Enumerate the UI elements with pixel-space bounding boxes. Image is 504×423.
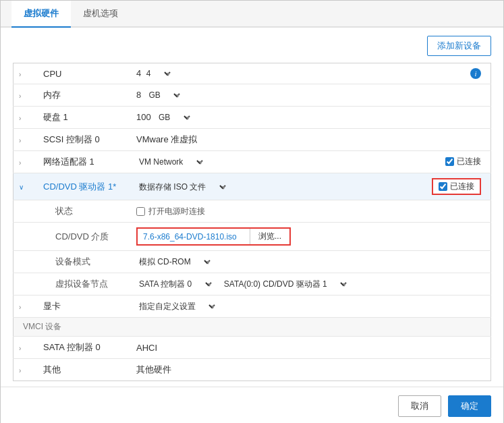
dialog-footer: 取消 确定 (1, 387, 503, 423)
cdvd-virtual-node-label: 虚拟设备节点 (28, 273, 130, 295)
disk-right (403, 107, 491, 129)
cdvd-device-mode-label: 设备模式 (28, 251, 130, 273)
cdvd-device-mode-value: 模拟 CD-ROM (130, 251, 491, 273)
main-content: 添加新设备 › CPU 4 4 i (1, 28, 503, 381)
cdvd-status-checkbox-label: 打开电源时连接 (136, 206, 484, 217)
disk-label: 硬盘 1 (28, 107, 130, 129)
cdvd-status-label: 状态 (28, 200, 130, 223)
network-label: 网络适配器 1 (28, 151, 130, 173)
sata-label: SATA 控制器 0 (28, 337, 130, 359)
memory-unit-wrap: GB (146, 90, 182, 101)
settings-table: › CPU 4 4 i › 内存 8 GB (13, 63, 491, 381)
network-select-wrap: VM Network (136, 157, 205, 167)
cdvd-virtual-node-value: SATA 控制器 0 SATA(0:0) CD/DVD 驱动器 1 (130, 273, 491, 295)
row-scsi: › SCSI 控制器 0 VMware 准虚拟 (13, 129, 491, 151)
chevron-sata[interactable]: › (19, 345, 28, 352)
cpu-select[interactable]: 4 (144, 68, 173, 79)
device-mode-select[interactable]: 模拟 CD-ROM (136, 256, 213, 267)
browse-button[interactable]: 浏览... (250, 229, 289, 244)
row-disk: › 硬盘 1 100 GB (13, 107, 491, 129)
tab-hardware[interactable]: 虚拟硬件 (11, 1, 71, 28)
chevron-scsi[interactable]: › (19, 137, 28, 144)
disk-unit-select[interactable]: GB (156, 112, 192, 123)
memory-unit-select[interactable]: GB (146, 90, 182, 101)
chevron-cpu[interactable]: › (19, 71, 28, 78)
row-cdvd-device-mode: 设备模式 模拟 CD-ROM (13, 251, 491, 273)
cdvd-connected-checkbox[interactable] (439, 182, 447, 191)
top-bar: 添加新设备 (13, 36, 491, 56)
cdvd-connected: 已连接 (403, 173, 491, 200)
row-vmci-section: VMCI 设备 (13, 318, 491, 337)
cdvd-status-value: 打开电源时连接 (130, 200, 491, 223)
tab-bar: 虚拟硬件 虚机选项 (1, 1, 503, 28)
row-cpu: › CPU 4 4 i (13, 63, 491, 84)
memory-value: 8 GB (130, 84, 403, 107)
virtual-node-select1[interactable]: SATA 控制器 0 (136, 279, 214, 289)
network-connected-checkbox[interactable] (445, 157, 454, 166)
virtual-node-wrap2: SATA(0:0) CD/DVD 驱动器 1 (221, 279, 349, 289)
network-connected-label: 已连接 (445, 156, 481, 167)
display-select-wrap: 指定自定义设置 (136, 301, 217, 312)
row-sata: › SATA 控制器 0 AHCI (13, 337, 491, 359)
memory-right (403, 84, 491, 107)
network-connected: 已连接 (403, 151, 491, 173)
cdvd-source-select[interactable]: 数据存储 ISO 文件 (136, 181, 228, 192)
network-connected-text: 已连接 (457, 156, 481, 167)
row-cdvd-virtual-node: 虚拟设备节点 SATA 控制器 0 SATA(0:0) CD/DVD 驱动器 1 (13, 273, 491, 295)
cdvd-connected-label: 已连接 (432, 178, 481, 195)
row-cdvd-status: 状态 打开电源时连接 (13, 200, 491, 223)
chevron-other[interactable]: › (19, 367, 28, 374)
info-icon[interactable]: i (470, 68, 481, 79)
scsi-label: SCSI 控制器 0 (28, 129, 130, 151)
row-display: › 显卡 指定自定义设置 (13, 295, 491, 318)
cpu-label: CPU (28, 63, 130, 84)
add-device-button[interactable]: 添加新设备 (427, 36, 491, 56)
cdvd-label: CD/DVD 驱动器 1* (28, 173, 130, 200)
cdvd-file-input[interactable] (138, 230, 250, 244)
other-label: 其他 (28, 359, 130, 381)
row-memory: › 内存 8 GB (13, 84, 491, 107)
cdvd-value: 数据存储 ISO 文件 (130, 173, 403, 200)
cdvd-connected-text: 已连接 (450, 181, 474, 192)
cpu-right: i (403, 63, 491, 84)
memory-label: 内存 (28, 84, 130, 107)
tab-options[interactable]: 虚机选项 (71, 1, 130, 28)
network-select[interactable]: VM Network (136, 157, 205, 167)
chevron-display[interactable]: › (19, 304, 28, 311)
chevron-cdvd[interactable]: ∨ (19, 184, 28, 191)
confirm-button[interactable]: 确定 (448, 395, 491, 417)
row-network: › 网络适配器 1 VM Network 已连接 (13, 151, 491, 173)
virtual-node-wrap1: SATA 控制器 0 (136, 279, 214, 289)
cdvd-poweron-checkbox[interactable] (136, 207, 145, 216)
scsi-value: VMware 准虚拟 (130, 129, 403, 151)
cdvd-source-wrap: 数据存储 ISO 文件 (136, 181, 228, 192)
row-cdvd-media: CD/DVD 介质 浏览... (13, 223, 491, 251)
dialog: 虚拟硬件 虚机选项 添加新设备 › CPU 4 4 (0, 0, 504, 423)
other-value: 其他硬件 (130, 359, 491, 381)
chevron-disk[interactable]: › (19, 115, 28, 122)
cancel-button[interactable]: 取消 (398, 395, 441, 417)
cdvd-media-value: 浏览... (130, 223, 491, 251)
disk-unit-wrap: GB (156, 112, 192, 123)
cdvd-poweron-text: 打开电源时连接 (148, 206, 205, 217)
disk-value: 100 GB (130, 107, 403, 129)
virtual-node-select2[interactable]: SATA(0:0) CD/DVD 驱动器 1 (221, 279, 349, 289)
chevron-memory[interactable]: › (19, 92, 28, 100)
sata-value: AHCI (130, 337, 491, 359)
row-cdvd-header: ∨ CD/DVD 驱动器 1* 数据存储 ISO 文件 已连接 (13, 173, 491, 200)
device-mode-wrap: 模拟 CD-ROM (136, 256, 213, 267)
media-row: 浏览... (136, 227, 291, 246)
cpu-select-wrap: 4 (144, 68, 173, 79)
row-other: › 其他 其他硬件 (13, 359, 491, 381)
display-label: 显卡 (28, 295, 130, 318)
network-value: VM Network (130, 151, 403, 173)
display-value: 指定自定义设置 (130, 295, 491, 318)
vmci-section-label: VMCI 设备 (13, 318, 491, 337)
cdvd-media-label: CD/DVD 介质 (28, 223, 130, 251)
chevron-network[interactable]: › (19, 159, 28, 167)
cpu-value: 4 4 (130, 63, 403, 84)
scsi-right (403, 129, 491, 151)
display-select[interactable]: 指定自定义设置 (136, 301, 217, 312)
